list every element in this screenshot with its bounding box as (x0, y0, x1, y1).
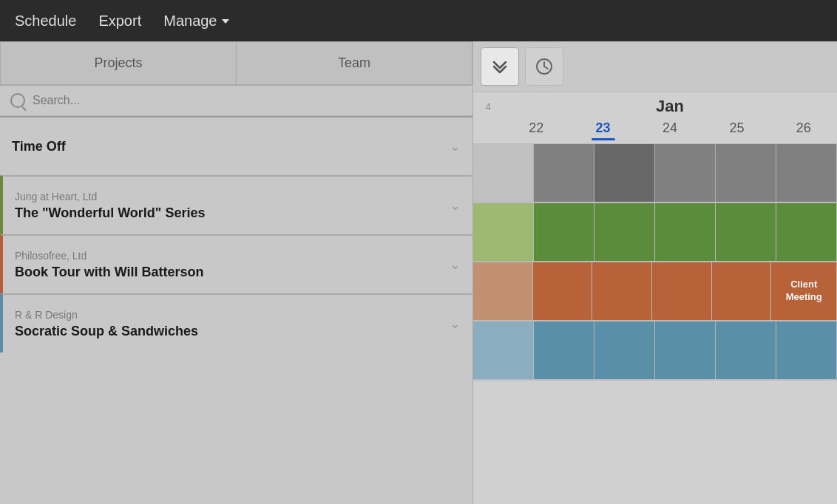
cal-cell (594, 203, 655, 261)
project-client: Philosofree, Ltd (15, 250, 204, 262)
cal-cell (473, 321, 534, 379)
cal-days-row: 22 23 24 25 26 (473, 118, 837, 143)
search-icon (10, 93, 25, 108)
cal-cell (594, 144, 655, 202)
list-item: Time Off ⌄ (0, 116, 472, 175)
svg-line-2 (544, 67, 548, 69)
manage-chevron-icon (222, 19, 229, 24)
cal-cell (533, 262, 593, 320)
nav-manage[interactable]: Manage (163, 7, 228, 35)
row-expand-icon[interactable]: ⌄ (450, 256, 461, 273)
cal-day-25: 25 (703, 118, 770, 139)
search-bar (0, 86, 472, 116)
cal-day-26: 26 (770, 118, 837, 139)
cal-cell (655, 144, 716, 202)
week-number: 4 (473, 101, 503, 112)
project-list: Time Off ⌄ Jung at Heart, Ltd The "Wonde… (0, 116, 472, 504)
tab-projects[interactable]: Projects (0, 41, 236, 85)
project-name: The "Wonderful World" Series (15, 205, 205, 221)
cal-cell (716, 144, 776, 202)
search-input[interactable] (33, 94, 462, 107)
row-expand-icon[interactable]: ⌄ (450, 316, 461, 332)
cal-cell (534, 321, 594, 379)
cal-cell (594, 321, 655, 379)
row-expand-icon[interactable]: ⌄ (450, 197, 461, 214)
top-nav: Schedule Export Manage (0, 0, 837, 41)
cal-toolbar (473, 41, 837, 92)
project-row-left: Jung at Heart, Ltd The "Wonderful World"… (15, 191, 205, 221)
project-row-left: Philosofree, Ltd Book Tour with Will Bat… (15, 250, 204, 280)
client-meeting-event[interactable]: Client Meeting (771, 262, 837, 320)
cal-month-row: 4 Jan (473, 92, 837, 118)
left-panel: Projects Team Time Off ⌄ Jung at Heart, … (0, 41, 473, 504)
project-client: R & R Design (15, 309, 198, 321)
chevron-double-icon (491, 59, 509, 74)
cal-cell (776, 144, 837, 202)
clock-button[interactable] (525, 47, 563, 86)
month-label: Jan (503, 97, 837, 116)
jung-cal-row (473, 203, 837, 262)
project-name: Socratic Soup & Sandwiches (15, 324, 198, 339)
list-item: Philosofree, Ltd Book Tour with Will Bat… (0, 234, 472, 293)
cal-cell (655, 203, 716, 261)
tab-bar: Projects Team (0, 41, 472, 86)
cal-cell (655, 321, 716, 379)
cal-header: 4 Jan 22 23 24 25 26 (473, 92, 837, 144)
project-name: Book Tour with Will Batterson (15, 265, 204, 280)
cal-cell (534, 203, 594, 261)
cal-cell (473, 203, 534, 261)
cal-cell (534, 144, 594, 202)
list-item: R & R Design Socratic Soup & Sandwiches … (0, 293, 472, 353)
cal-cell (712, 262, 772, 320)
cal-day-24: 24 (637, 118, 703, 139)
project-row-left: R & R Design Socratic Soup & Sandwiches (15, 309, 198, 339)
philo-cal-row: Client Meeting (473, 262, 837, 321)
cal-cell (716, 321, 776, 379)
tab-team[interactable]: Team (236, 41, 472, 85)
cal-cell (652, 262, 712, 320)
main-layout: Projects Team Time Off ⌄ Jung at Heart, … (0, 41, 837, 504)
cal-cell (776, 203, 837, 261)
cal-cell (473, 144, 534, 202)
collapse-button[interactable] (481, 47, 519, 86)
cal-body: Client Meeting (473, 144, 837, 504)
cal-day-22: 22 (503, 118, 569, 139)
cal-cell (776, 321, 837, 379)
nav-export[interactable]: Export (98, 7, 141, 35)
project-name: Time Off (12, 139, 66, 154)
right-panel: 4 Jan 22 23 24 25 26 (473, 41, 837, 504)
cal-cell (716, 203, 776, 261)
nav-schedule[interactable]: Schedule (15, 7, 76, 35)
cal-day-23: 23 (569, 118, 636, 139)
project-row-left: Time Off (12, 139, 66, 154)
list-item: Jung at Heart, Ltd The "Wonderful World"… (0, 175, 472, 234)
timeoff-cal-row (473, 144, 837, 203)
clock-icon (535, 57, 554, 76)
project-client: Jung at Heart, Ltd (15, 191, 205, 202)
cal-cell (592, 262, 652, 320)
row-expand-icon[interactable]: ⌄ (450, 138, 461, 154)
rr-cal-row (473, 321, 837, 381)
today-indicator (592, 138, 615, 140)
cal-cell (473, 262, 533, 320)
